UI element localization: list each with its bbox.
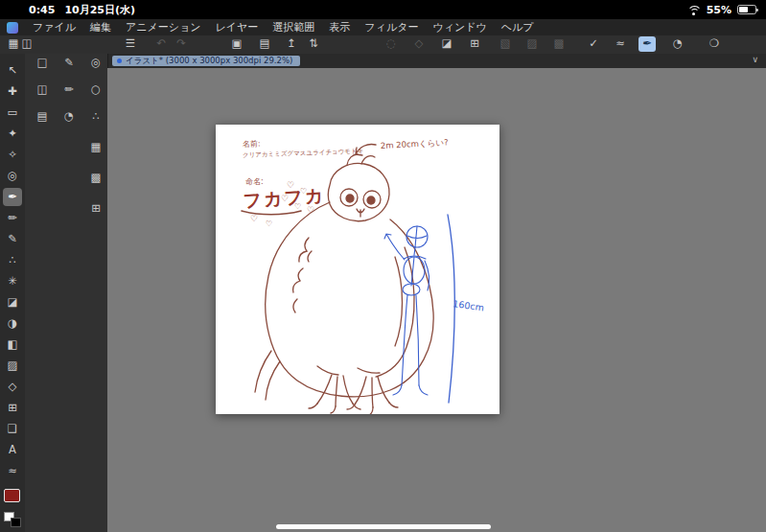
reorder-icon[interactable]: ⇅ xyxy=(305,36,322,52)
clock-text: 0:45 xyxy=(29,4,55,16)
balloon-tool[interactable]: ❑ xyxy=(3,420,22,438)
heart-icon: ♡ xyxy=(294,202,301,211)
palette-columns-icon[interactable]: ◫ xyxy=(18,36,35,52)
size-note: 2m 20cmくらい? xyxy=(381,137,449,150)
text-tool[interactable]: A xyxy=(3,441,22,459)
line-correction-icon[interactable]: ≈ xyxy=(612,36,629,52)
menu-layer[interactable]: レイヤー xyxy=(216,20,259,35)
selection-tool[interactable]: ▭ xyxy=(3,104,22,122)
snap-ruler-icon[interactable]: ▧ xyxy=(497,36,514,52)
ink-icon[interactable]: ◔ xyxy=(60,109,78,125)
heart-icon: ♡ xyxy=(250,214,258,223)
menu-window[interactable]: ウィンドウ xyxy=(432,20,486,35)
doc-modified-dot xyxy=(117,58,122,63)
undo-icon[interactable]: ↶ xyxy=(152,36,170,52)
open-file-icon[interactable]: ▤ xyxy=(256,36,273,52)
menu-animation[interactable]: アニメーション xyxy=(126,20,201,35)
document-tab[interactable]: イラスト* (3000 x 3000px 300dpi 29.2%) xyxy=(112,56,300,66)
fill-tool[interactable]: ◧ xyxy=(3,335,22,354)
search-icon[interactable]: ◎ xyxy=(87,56,104,71)
transparent-color-chip[interactable] xyxy=(11,518,21,527)
eyedropper-tool[interactable]: ✧ xyxy=(3,146,22,164)
eraser-tool[interactable]: ◪ xyxy=(3,293,22,312)
airbrush-tool[interactable]: ∴ xyxy=(3,251,22,269)
chevron-down-icon[interactable]: ∨ xyxy=(752,55,758,64)
snap-guide-icon[interactable]: ▩ xyxy=(550,36,568,52)
crop-icon[interactable]: ▣ xyxy=(228,36,245,52)
heart-icon: ♡ xyxy=(287,180,294,190)
quick-access-icon[interactable]: ❍ xyxy=(706,36,723,52)
subtool-detail-icon[interactable]: ✏ xyxy=(60,82,78,98)
mix-icon[interactable]: ∴ xyxy=(87,109,104,125)
zoom-tool[interactable]: ◎ xyxy=(3,167,22,185)
naming-label: 命名: xyxy=(245,177,264,186)
figure-tool[interactable]: ◇ xyxy=(3,378,22,396)
stroke-check-icon[interactable]: ✓ xyxy=(585,36,602,52)
tool-bar: ↖ ✚ ▭ ✦ ✧ ◎ ✒ ✏ ✎ ∴ ✳ ◪ ◑ ◧ ▨ ◇ ⊞ ❑ A ≈ xyxy=(0,54,26,532)
heart-icon: ♡ xyxy=(281,194,289,203)
battery-icon xyxy=(737,5,756,14)
menu-file[interactable]: ファイル xyxy=(33,20,76,35)
heart-icon: ♡ xyxy=(300,187,307,196)
brush-icon[interactable]: ✎ xyxy=(60,56,78,71)
main-sub-color-chips[interactable] xyxy=(4,512,22,528)
timeline-icon[interactable]: ⊞ xyxy=(87,201,104,217)
pen-tool[interactable]: ✒ xyxy=(3,188,22,206)
heart-icon: ♡ xyxy=(266,220,272,228)
species-note: クリアカミミズグマスユライチョウモドキ xyxy=(243,148,364,159)
clip-studio-paint-window: 0:45 10月25日(水) 55% ファイル 編集 アニメーション レイヤー … xyxy=(0,0,766,532)
layer-move-tool[interactable]: ✚ xyxy=(3,82,22,101)
menu-filter[interactable]: フィルター xyxy=(364,20,418,35)
clear-icon[interactable]: ◪ xyxy=(438,36,455,52)
menu-view[interactable]: 表示 xyxy=(329,20,350,35)
circle-tool-icon[interactable]: ○ xyxy=(87,82,104,98)
figure-sketch xyxy=(384,215,454,403)
navigator-icon[interactable]: ▦ xyxy=(87,140,104,155)
foreground-color-chip[interactable] xyxy=(4,489,20,502)
pencil-tool[interactable]: ✏ xyxy=(3,209,22,227)
swatches-icon[interactable]: ▩ xyxy=(87,171,104,186)
frame-tool[interactable]: ⊞ xyxy=(3,399,22,417)
menu-selection[interactable]: 選択範囲 xyxy=(272,20,314,35)
wifi-icon xyxy=(687,5,701,15)
wand-icon[interactable]: ◇ xyxy=(410,36,428,52)
brush-tool[interactable]: ✎ xyxy=(3,230,22,248)
blend-tool[interactable]: ◑ xyxy=(3,314,22,333)
auto-select-tool[interactable]: ✦ xyxy=(3,125,22,143)
selection-pen-icon[interactable]: ◌ xyxy=(383,36,400,52)
menu-help[interactable]: ヘルプ xyxy=(501,20,534,35)
doc-title: イラスト* (3000 x 3000px 300dpi 29.2%) xyxy=(126,56,292,67)
line-correction-tool[interactable]: ≈ xyxy=(3,462,22,480)
menu-edit[interactable]: 編集 xyxy=(90,20,111,35)
command-bar: ▦ ◫ ☰ ↶ ↷ ▣ ▤ ↥ ⇅ ◌ ◇ ◪ ⊞ ▧ ▨ ▩ ✓ ≈ ✒ ◔ … xyxy=(0,35,766,55)
home-indicator[interactable] xyxy=(276,524,491,529)
app-logo-icon[interactable] xyxy=(7,22,18,34)
drawing-canvas[interactable]: 名前: クリアカミミズグマスユライチョウモドキ 命名: フカフカ 2m 20cm… xyxy=(216,125,499,414)
operation-tool[interactable]: ↖ xyxy=(3,61,22,80)
layers-icon[interactable]: ▤ xyxy=(34,109,51,125)
canvas-area: 名前: クリアカミミズグマスユライチョウモドキ 命名: フカフカ 2m 20cm… xyxy=(107,68,766,532)
height-note: 160cm xyxy=(453,298,485,312)
menu-icon[interactable]: ☰ xyxy=(122,36,139,52)
gradient-tool[interactable]: ▨ xyxy=(3,357,22,375)
materials-icon[interactable]: ◫ xyxy=(34,82,51,98)
name-label: 名前: xyxy=(243,139,261,149)
date-text: 10月25日(水) xyxy=(64,3,135,17)
export-icon[interactable]: ↥ xyxy=(283,36,300,52)
active-pen-icon[interactable]: ✒ xyxy=(638,36,656,52)
battery-percent: 55% xyxy=(707,4,731,16)
document-tab-bar: イラスト* (3000 x 3000px 300dpi 29.2%) ∨ xyxy=(107,54,766,68)
heart-icon: ♡ xyxy=(307,205,314,215)
bird-sketch xyxy=(242,144,433,414)
canvas-drawing: 名前: クリアカミミズグマスユライチョウモドキ 命名: フカフカ 2m 20cm… xyxy=(216,125,499,414)
snap-special-ruler-icon[interactable]: ▨ xyxy=(523,36,541,52)
redo-icon[interactable]: ↷ xyxy=(173,36,190,52)
status-bar: 0:45 10月25日(水) 55% xyxy=(0,0,766,19)
menu-bar: ファイル 編集 アニメーション レイヤー 選択範囲 表示 フィルター ウィンドウ… xyxy=(0,19,766,35)
grid-icon[interactable]: ⊞ xyxy=(466,36,483,52)
canvas-doc-icon[interactable]: □ xyxy=(34,56,51,71)
subtool-panel: □ ◫ ▤ ✎ ✏ ◔ ◎ ○ ∴ ▦ ▩ ⊞ xyxy=(25,54,108,532)
decoration-tool[interactable]: ✳ xyxy=(3,272,22,290)
gauge-icon[interactable]: ◔ xyxy=(669,36,686,52)
